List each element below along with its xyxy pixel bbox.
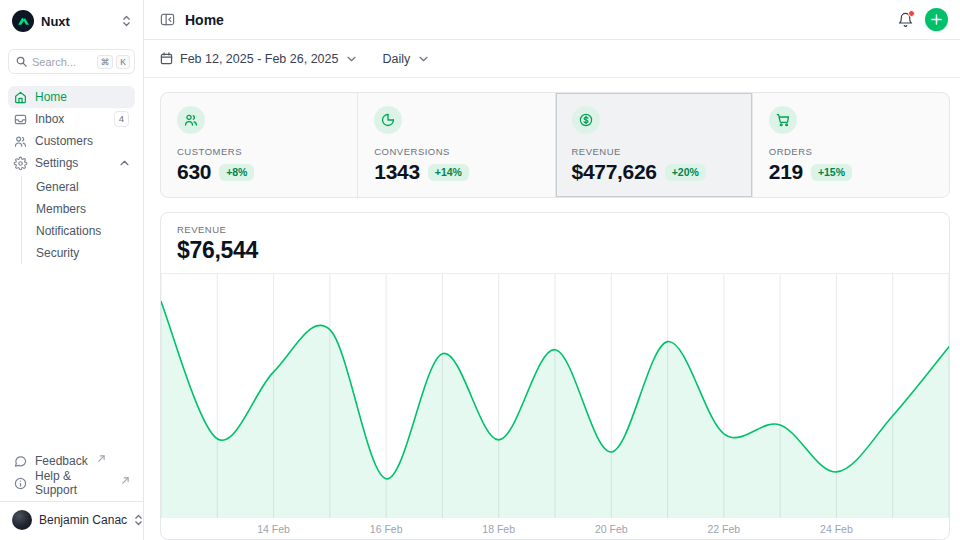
x-axis-tick-label: 14 Feb — [257, 523, 290, 535]
sidebar-item-general[interactable]: General — [32, 176, 135, 198]
help-support-link[interactable]: Help & Support — [8, 472, 135, 494]
sidebar-item-security[interactable]: Security — [32, 242, 135, 264]
workspace-name: Nuxt — [41, 14, 70, 29]
filter-toolbar: Feb 12, 2025 - Feb 26, 2025 Daily — [144, 40, 960, 78]
chart-x-axis: 14 Feb16 Feb18 Feb20 Feb22 Feb24 Feb — [161, 518, 949, 540]
sidebar-item-customers[interactable]: Customers — [8, 130, 135, 152]
x-axis-tick-label: 18 Feb — [482, 523, 515, 535]
kbd-k: K — [116, 55, 130, 69]
date-range-label: Feb 12, 2025 - Feb 26, 2025 — [180, 52, 338, 66]
stat-card-customers[interactable]: CUSTOMERS 630 +8% — [161, 93, 357, 197]
stats-row: CUSTOMERS 630 +8% CONVERSIONS 1343 — [160, 92, 950, 198]
user-menu[interactable]: Benjamin Canac — [8, 502, 135, 532]
stat-label: REVENUE — [572, 146, 736, 157]
chevron-down-icon — [419, 56, 428, 62]
settings-subnav: General Members Notifications Security — [21, 176, 135, 264]
sidebar-item-label: Home — [35, 90, 67, 104]
period-label: Daily — [382, 52, 410, 66]
sidebar-item-members[interactable]: Members — [32, 198, 135, 220]
period-select[interactable]: Daily — [382, 52, 428, 66]
search-input[interactable]: Search... ⌘ K — [8, 49, 135, 74]
search-placeholder: Search... — [32, 56, 92, 68]
stat-delta-badge: +8% — [219, 164, 254, 181]
inbox-count-badge: 4 — [114, 111, 129, 126]
chart-header: REVENUE $76,544 — [161, 213, 949, 274]
sidebar-item-label: Settings — [35, 156, 78, 170]
chat-bubble-icon — [14, 455, 27, 468]
search-shortcut: ⌘ K — [97, 55, 130, 69]
inbox-icon — [14, 113, 27, 126]
pie-chart-icon — [374, 106, 402, 134]
page-content: CUSTOMERS 630 +8% CONVERSIONS 1343 — [144, 78, 960, 540]
external-link-icon — [122, 477, 129, 484]
dollar-circle-icon — [572, 106, 600, 134]
chevron-updown-icon — [134, 514, 143, 526]
stat-card-revenue[interactable]: REVENUE $477,626 +20% — [556, 93, 752, 197]
chart-svg — [161, 274, 949, 518]
users-icon — [177, 106, 205, 134]
x-axis-tick-label: 24 Feb — [820, 523, 853, 535]
chart-metric-label: REVENUE — [177, 224, 933, 235]
sidebar-item-inbox[interactable]: Inbox 4 — [8, 108, 135, 130]
feedback-label: Feedback — [35, 454, 88, 468]
info-circle-icon — [14, 477, 27, 490]
chevron-up-icon — [120, 160, 129, 166]
user-avatar — [12, 510, 32, 530]
x-axis-tick-label: 22 Feb — [707, 523, 740, 535]
nuxt-logo-icon — [12, 10, 34, 32]
stat-card-orders[interactable]: ORDERS 219 +15% — [753, 93, 949, 197]
stat-card-conversions[interactable]: CONVERSIONS 1343 +14% — [358, 93, 554, 197]
revenue-chart-card: REVENUE $76,544 14 Feb16 Feb18 Feb20 Feb… — [160, 212, 950, 540]
main-area: Home Feb 12, 2025 - Feb 26, 2025 — [144, 0, 960, 540]
sidebar: Nuxt Search... ⌘ K — [0, 0, 144, 540]
help-support-label: Help & Support — [35, 469, 112, 497]
page-header: Home — [144, 0, 960, 40]
page-title: Home — [185, 12, 224, 28]
chevron-down-icon — [347, 56, 356, 62]
stat-delta-badge: +15% — [811, 164, 852, 181]
home-icon — [14, 91, 27, 104]
sidebar-item-label: Inbox — [35, 112, 64, 126]
kbd-cmd: ⌘ — [97, 55, 114, 69]
app-window: Nuxt Search... ⌘ K — [0, 0, 960, 540]
sidebar-item-home[interactable]: Home — [8, 86, 135, 108]
sidebar-item-label: Customers — [35, 134, 93, 148]
sidebar-footer: Feedback Help & Support — [8, 450, 135, 494]
chart-metric-value: $76,544 — [177, 237, 933, 264]
notifications-button[interactable] — [896, 10, 915, 30]
add-button[interactable] — [925, 8, 948, 31]
stat-value: 630 — [177, 160, 211, 184]
x-axis-tick-label: 16 Feb — [370, 523, 403, 535]
x-axis-tick-label: 20 Feb — [595, 523, 628, 535]
external-link-icon — [98, 455, 105, 462]
stat-label: CONVERSIONS — [374, 146, 538, 157]
stat-value: 219 — [769, 160, 803, 184]
cart-icon — [769, 106, 797, 134]
sidebar-nav: Home Inbox 4 Customers — [8, 86, 135, 264]
revenue-area-chart[interactable] — [161, 274, 949, 518]
user-name: Benjamin Canac — [39, 513, 127, 527]
workspace-selector[interactable]: Nuxt — [8, 8, 135, 34]
stat-label: ORDERS — [769, 146, 933, 157]
date-range-picker[interactable]: Feb 12, 2025 - Feb 26, 2025 — [160, 52, 356, 66]
stat-delta-badge: +14% — [428, 164, 469, 181]
users-icon — [14, 135, 27, 148]
plus-icon — [931, 14, 942, 25]
notification-dot — [908, 10, 915, 17]
search-icon — [16, 56, 27, 67]
calendar-icon — [160, 52, 173, 65]
sidebar-collapse-icon[interactable] — [160, 12, 175, 27]
sidebar-item-settings[interactable]: Settings — [8, 152, 135, 174]
chevron-updown-icon — [122, 15, 131, 27]
stat-label: CUSTOMERS — [177, 146, 341, 157]
gear-icon — [14, 157, 27, 170]
stat-delta-badge: +20% — [665, 164, 706, 181]
sidebar-item-notifications[interactable]: Notifications — [32, 220, 135, 242]
stat-value: 1343 — [374, 160, 420, 184]
stat-value: $477,626 — [572, 160, 657, 184]
